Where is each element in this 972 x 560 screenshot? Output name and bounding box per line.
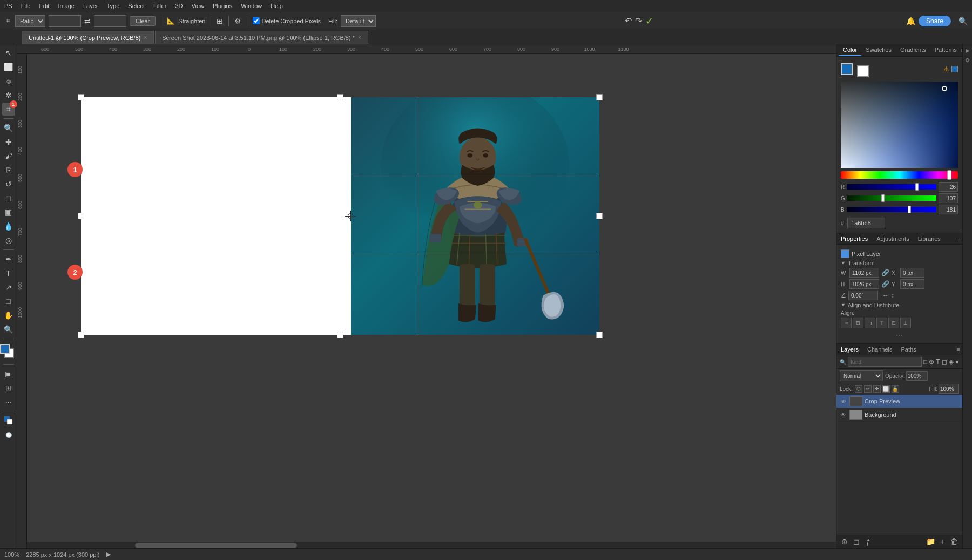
pen-tool[interactable]: ✒ — [2, 253, 15, 266]
type-tool[interactable]: T — [2, 267, 15, 280]
menu-plugins[interactable]: Plugins — [213, 3, 232, 9]
tab-close-1[interactable]: × — [144, 35, 147, 41]
menu-layer[interactable]: Layer — [83, 3, 98, 9]
lock-pixels[interactable]: ✏ — [864, 385, 872, 393]
layers-filter-adj[interactable]: ⊕ — [929, 357, 934, 367]
effects-btn[interactable]: ƒ — [863, 537, 873, 546]
tools-icon-strip[interactable]: ⚙ — [964, 56, 971, 64]
canvas-viewport[interactable]: 1 2 — [27, 54, 836, 548]
group-layers-btn[interactable]: 📁 — [926, 537, 935, 546]
tab-paths[interactable]: Paths — [897, 344, 921, 355]
r-slider[interactable] — [847, 184, 936, 190]
status-arrow[interactable]: ▶ — [106, 551, 111, 558]
hue-slider-thumb[interactable] — [947, 170, 951, 180]
x-input[interactable] — [900, 268, 924, 278]
menu-ps[interactable]: PS — [4, 3, 12, 9]
width-input[interactable] — [849, 268, 879, 278]
lock-transparency[interactable]: ⬡ — [855, 385, 862, 393]
height-input[interactable] — [849, 279, 879, 289]
brush-tool[interactable]: 🖌 — [2, 150, 15, 163]
tab-layers[interactable]: Layers — [836, 344, 863, 355]
lock-position[interactable]: ✤ — [873, 385, 881, 393]
delete-layer-btn[interactable]: 🗑 — [949, 537, 959, 546]
foreground-swatch[interactable] — [841, 63, 853, 75]
hand-tool[interactable]: ✋ — [2, 309, 15, 322]
align-center-h[interactable]: ⊟ — [853, 318, 863, 328]
eraser-tool[interactable]: ◻ — [2, 192, 15, 205]
tab-adjustments[interactable]: Adjustments — [872, 233, 914, 244]
select-tool[interactable]: ⬜ — [2, 60, 15, 73]
tab-untitled[interactable]: Untitled-1 @ 100% (Crop Preview, RGB/8) … — [22, 31, 154, 44]
confirm-crop-icon[interactable]: ✓ — [645, 15, 653, 27]
tab-patterns[interactable]: Patterns — [930, 44, 961, 56]
layers-filter-toggle[interactable]: ● — [955, 357, 959, 367]
layers-filter-pixel[interactable]: □ — [923, 357, 927, 367]
scroll-bar-horizontal[interactable] — [27, 542, 836, 548]
zoom-tool[interactable]: 🔍 — [2, 323, 15, 336]
extras-btn[interactable] — [2, 414, 15, 427]
delete-cropped-checkbox[interactable] — [253, 17, 260, 24]
magic-wand-tool[interactable]: ✲ — [2, 89, 15, 102]
align-left[interactable]: ⫤ — [841, 318, 852, 328]
move-tool[interactable]: ↖ — [2, 46, 15, 59]
share-button[interactable]: Share — [919, 16, 951, 26]
b-slider[interactable] — [847, 207, 936, 212]
ratio-select[interactable]: Ratio — [15, 15, 45, 27]
undo-icon[interactable]: ↶ — [625, 16, 632, 26]
background-swatch[interactable] — [857, 65, 869, 77]
transform-section[interactable]: ▼ Transform — [841, 260, 958, 266]
hex-input[interactable] — [847, 218, 885, 228]
blend-mode-select[interactable]: Normal — [840, 370, 883, 381]
menu-type[interactable]: Type — [107, 3, 120, 9]
menu-filter[interactable]: Filter — [153, 3, 166, 9]
eyedropper-tool[interactable]: 🔍 — [2, 122, 15, 134]
tab-channels[interactable]: Channels — [863, 344, 896, 355]
layers-menu-icon[interactable]: ≡ — [955, 346, 962, 353]
ratio-width-input[interactable] — [49, 15, 81, 27]
layer-item-crop-preview[interactable]: 👁 Crop Preview — [836, 395, 962, 408]
angle-input[interactable] — [848, 291, 878, 300]
hue-slider[interactable] — [841, 171, 958, 179]
g-input[interactable] — [939, 193, 958, 203]
artboard-tool[interactable]: ⊞ — [2, 381, 15, 394]
redo-icon[interactable]: ↷ — [635, 16, 642, 26]
layers-search-input[interactable] — [848, 357, 922, 367]
menu-3d[interactable]: 3D — [175, 3, 183, 9]
flip-h-icon[interactable]: ↔ — [882, 292, 889, 299]
menu-image[interactable]: Image — [58, 3, 75, 9]
lock-artboard[interactable]: ⬜ — [882, 385, 890, 393]
layers-filter-shape[interactable]: ◻ — [942, 357, 947, 367]
scroll-thumb-h[interactable] — [135, 543, 297, 548]
more-tools[interactable]: ··· — [2, 395, 15, 408]
align-top[interactable]: ⊤ — [876, 318, 887, 328]
menu-window[interactable]: Window — [241, 3, 262, 9]
menu-help[interactable]: Help — [271, 3, 283, 9]
straighten-label[interactable]: Straighten — [178, 18, 205, 24]
align-bottom[interactable]: ⊥ — [900, 318, 911, 328]
g-thumb[interactable] — [881, 194, 885, 202]
tab-color[interactable]: Color — [839, 44, 861, 56]
history-btn[interactable]: 🕐 — [2, 428, 15, 441]
align-right[interactable]: ⫣ — [865, 318, 875, 328]
layers-filter-smart[interactable]: ◈ — [949, 357, 954, 367]
fill-input[interactable] — [939, 384, 959, 394]
history-brush[interactable]: ↺ — [2, 178, 15, 191]
visibility-icon-2[interactable]: 👁 — [840, 411, 847, 419]
lock-all[interactable]: 🔒 — [892, 385, 899, 393]
r-input[interactable] — [939, 182, 958, 192]
settings-icon[interactable]: ⚙ — [234, 17, 241, 25]
link-icon[interactable]: 🔗 — [881, 269, 889, 276]
search-icon[interactable]: 🔍 — [959, 17, 968, 25]
visibility-icon-1[interactable]: 👁 — [840, 397, 847, 405]
b-thumb[interactable] — [908, 206, 911, 213]
flip-v-icon[interactable]: ↕ — [891, 292, 894, 299]
tab-libraries[interactable]: Libraries — [914, 233, 945, 244]
tab-properties[interactable]: Properties — [836, 233, 872, 244]
menu-file[interactable]: File — [21, 3, 31, 9]
heal-tool[interactable]: ✚ — [2, 136, 15, 149]
delete-cropped-label[interactable]: Delete Cropped Pixels — [253, 17, 320, 24]
y-input[interactable] — [900, 279, 924, 289]
menu-select[interactable]: Select — [128, 3, 145, 9]
link-icon2[interactable]: 🔗 — [881, 280, 889, 288]
tab-gradients[interactable]: Gradients — [896, 44, 930, 56]
